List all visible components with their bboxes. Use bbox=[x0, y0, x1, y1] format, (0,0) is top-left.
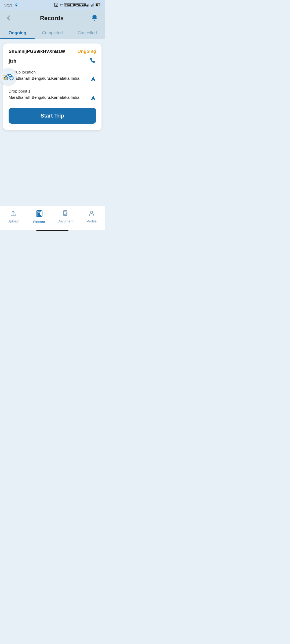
svg-rect-6 bbox=[91, 5, 92, 6]
pickup-navigate-button[interactable] bbox=[90, 76, 96, 83]
header: Records bbox=[0, 10, 105, 27]
drop-address: Marathahalli,Bengaluru,Karnataka,India bbox=[9, 94, 88, 100]
status-time: 3:13 bbox=[4, 3, 12, 7]
vowifi1-icon: VoWi-Fi bbox=[64, 3, 75, 6]
battery-icon bbox=[96, 3, 100, 7]
pickup-section: Pickup location Marathahalli,Bengaluru,K… bbox=[9, 70, 96, 83]
svg-text:N: N bbox=[56, 4, 57, 6]
start-trip-button[interactable]: Start Trip bbox=[9, 108, 96, 124]
profile-icon bbox=[88, 210, 95, 218]
navigate-up-2-icon bbox=[90, 95, 96, 101]
signal2-icon bbox=[91, 3, 95, 7]
volte2-icon: VoLTE2 bbox=[75, 3, 86, 6]
trip-card: ShEmnijPGS9ikHVXnB1W Ongoing jtrh Pickup… bbox=[3, 43, 102, 130]
phone-button[interactable] bbox=[89, 57, 96, 65]
trip-status: Ongoing bbox=[77, 49, 96, 54]
content-area: ShEmnijPGS9ikHVXnB1W Ongoing jtrh Pickup… bbox=[0, 39, 105, 206]
record-icon bbox=[36, 210, 43, 219]
tab-ongoing[interactable]: Ongoing bbox=[0, 27, 35, 39]
svg-rect-2 bbox=[86, 5, 87, 6]
flutter-icon bbox=[14, 2, 19, 7]
nav-item-record[interactable]: Record bbox=[26, 208, 53, 225]
pickup-label: Pickup location bbox=[9, 70, 96, 74]
tab-cancelled[interactable]: Cancelled bbox=[70, 27, 105, 39]
svg-line-14 bbox=[92, 16, 92, 17]
upload-icon bbox=[10, 210, 16, 218]
wifi-icon bbox=[59, 3, 63, 7]
svg-rect-5 bbox=[89, 3, 89, 7]
tab-completed[interactable]: Completed bbox=[35, 27, 70, 39]
bell-icon bbox=[91, 14, 98, 22]
bottom-indicator bbox=[36, 230, 68, 231]
nav-item-profile[interactable]: Profile bbox=[79, 208, 105, 225]
svg-rect-9 bbox=[93, 3, 94, 7]
back-button[interactable] bbox=[5, 14, 14, 23]
page-title: Records bbox=[40, 15, 64, 22]
svg-rect-25 bbox=[38, 213, 40, 215]
card-header: ShEmnijPGS9ikHVXnB1W Ongoing bbox=[9, 49, 96, 54]
card-name-row: jtrh bbox=[9, 57, 96, 65]
notification-button[interactable] bbox=[90, 13, 99, 24]
triplix-logo-svg bbox=[1, 70, 15, 84]
status-bar: 3:13 N VoWi-Fi VoLTE2 bbox=[0, 0, 105, 10]
nav-record-label: Record bbox=[33, 220, 45, 224]
phone-icon bbox=[89, 57, 96, 64]
nav-document-label: Document bbox=[57, 219, 73, 223]
app-logo bbox=[0, 68, 17, 85]
drop-navigate-button[interactable] bbox=[90, 95, 96, 103]
pickup-row: Marathahalli,Bengaluru,Karnataka,India bbox=[9, 75, 96, 83]
nfc-icon: N bbox=[54, 3, 58, 7]
document-icon bbox=[62, 210, 69, 218]
svg-rect-4 bbox=[88, 4, 89, 7]
nav-profile-label: Profile bbox=[87, 219, 97, 223]
nav-item-upload[interactable]: Upload bbox=[0, 208, 26, 225]
svg-rect-11 bbox=[100, 4, 100, 5]
bottom-nav: Upload Record Document bbox=[0, 206, 105, 230]
tab-bar: Ongoing Completed Cancelled bbox=[0, 27, 105, 39]
drop-section: Drop point 1 Marathahalli,Bengaluru,Karn… bbox=[9, 89, 96, 103]
drop-label: Drop point 1 bbox=[9, 89, 96, 93]
nav-upload-label: Upload bbox=[8, 219, 19, 223]
back-arrow-icon bbox=[6, 15, 13, 21]
svg-point-28 bbox=[90, 211, 93, 213]
navigate-up-icon bbox=[90, 76, 96, 82]
customer-name: jtrh bbox=[9, 58, 16, 64]
svg-rect-7 bbox=[92, 5, 92, 6]
trip-id: ShEmnijPGS9ikHVXnB1W bbox=[9, 49, 75, 54]
signal-icon bbox=[86, 3, 90, 7]
pickup-address: Marathahalli,Bengaluru,Karnataka,India bbox=[9, 75, 88, 81]
nav-item-document[interactable]: Document bbox=[52, 208, 79, 225]
svg-rect-8 bbox=[93, 4, 93, 7]
drop-row: Marathahalli,Bengaluru,Karnataka,India bbox=[9, 94, 96, 103]
status-icons: N VoWi-Fi VoLTE2 bbox=[54, 3, 100, 7]
svg-line-15 bbox=[97, 16, 97, 17]
svg-rect-3 bbox=[87, 5, 88, 6]
